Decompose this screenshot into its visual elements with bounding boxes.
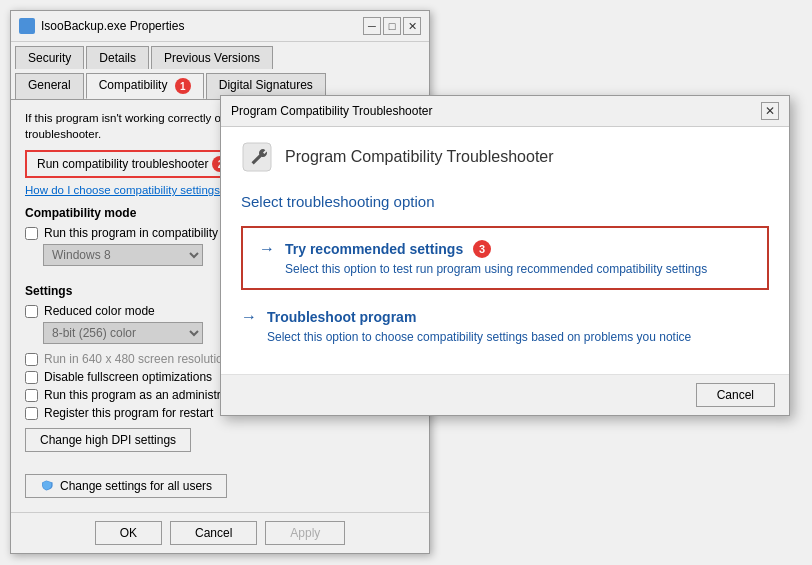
- register-restart-label: Register this program for restart: [44, 406, 213, 420]
- ts-content: Select troubleshooting option → Try reco…: [221, 183, 789, 374]
- tab-general[interactable]: General: [15, 73, 84, 99]
- titlebar-controls: ─ □ ✕: [363, 17, 421, 35]
- try-recommended-label: → Try recommended settings 3: [259, 240, 751, 258]
- properties-titlebar: IsooBackup.exe Properties ─ □ ✕: [11, 11, 429, 42]
- tab-previous-versions[interactable]: Previous Versions: [151, 46, 273, 69]
- tab-compatibility[interactable]: Compatibility 1: [86, 73, 204, 99]
- arrow-icon-2: →: [241, 308, 257, 326]
- troubleshooter-dialog: Program Compatibility Troubleshooter ✕ P…: [220, 95, 790, 416]
- ts-cancel-button[interactable]: Cancel: [696, 383, 775, 407]
- color-select[interactable]: 8-bit (256) color: [43, 322, 203, 344]
- disable-fullscreen-label: Disable fullscreen optimizations: [44, 370, 212, 384]
- troubleshoot-program-text: Troubleshoot program: [267, 309, 416, 325]
- run-compat-label: Run compatibility troubleshooter: [37, 157, 208, 171]
- ts-title: Program Compatibility Troubleshooter: [231, 104, 432, 118]
- try-recommended-text: Try recommended settings: [285, 241, 463, 257]
- recommended-badge: 3: [473, 240, 491, 258]
- run-640-label: Run in 640 x 480 screen resolution: [44, 352, 229, 366]
- tab-details[interactable]: Details: [86, 46, 149, 69]
- ts-close-button[interactable]: ✕: [761, 102, 779, 120]
- tabs-container: Security Details Previous Versions Gener…: [11, 42, 429, 100]
- ts-footer: Cancel: [221, 374, 789, 415]
- change-settings-label: Change settings for all users: [60, 479, 212, 493]
- compat-mode-checkbox[interactable]: [25, 227, 38, 240]
- ts-header: Program Compatibility Troubleshooter: [221, 127, 789, 183]
- ts-header-title: Program Compatibility Troubleshooter: [285, 148, 554, 166]
- disable-fullscreen-checkbox[interactable]: [25, 371, 38, 384]
- shield-icon: [40, 479, 54, 493]
- ts-titlebar: Program Compatibility Troubleshooter ✕: [221, 96, 789, 127]
- troubleshoot-program-desc: Select this option to choose compatibili…: [267, 330, 769, 344]
- maximize-button[interactable]: □: [383, 17, 401, 35]
- reduced-color-label: Reduced color mode: [44, 304, 155, 318]
- apply-button[interactable]: Apply: [265, 521, 345, 545]
- compatibility-tab-badge: 1: [175, 78, 191, 94]
- run-admin-checkbox[interactable]: [25, 389, 38, 402]
- ts-option-title: Select troubleshooting option: [241, 193, 769, 210]
- run-640-checkbox[interactable]: [25, 353, 38, 366]
- cancel-button[interactable]: Cancel: [170, 521, 257, 545]
- troubleshooter-icon: [241, 141, 273, 173]
- try-recommended-option[interactable]: → Try recommended settings 3 Select this…: [241, 226, 769, 290]
- dialog-footer: OK Cancel Apply: [11, 512, 429, 553]
- reduced-color-checkbox[interactable]: [25, 305, 38, 318]
- troubleshoot-program-label: → Troubleshoot program: [241, 308, 769, 326]
- troubleshoot-program-option[interactable]: → Troubleshoot program Select this optio…: [241, 304, 769, 348]
- properties-title: IsooBackup.exe Properties: [41, 19, 184, 33]
- change-settings-area: Change settings for all users: [11, 462, 429, 512]
- tabs-row-1: Security Details Previous Versions: [11, 42, 429, 69]
- titlebar-left: IsooBackup.exe Properties: [19, 18, 184, 34]
- run-compatibility-button[interactable]: Run compatibility troubleshooter 2: [25, 150, 240, 178]
- ok-button[interactable]: OK: [95, 521, 162, 545]
- close-button[interactable]: ✕: [403, 17, 421, 35]
- register-restart-checkbox[interactable]: [25, 407, 38, 420]
- compat-mode-select[interactable]: Windows 8: [43, 244, 203, 266]
- arrow-icon-1: →: [259, 240, 275, 258]
- try-recommended-desc: Select this option to test run program u…: [285, 262, 751, 276]
- title-icon: [19, 18, 35, 34]
- run-admin-label: Run this program as an administrator: [44, 388, 241, 402]
- change-dpi-button[interactable]: Change high DPI settings: [25, 428, 191, 452]
- change-settings-button[interactable]: Change settings for all users: [25, 474, 227, 498]
- minimize-button[interactable]: ─: [363, 17, 381, 35]
- tab-security[interactable]: Security: [15, 46, 84, 69]
